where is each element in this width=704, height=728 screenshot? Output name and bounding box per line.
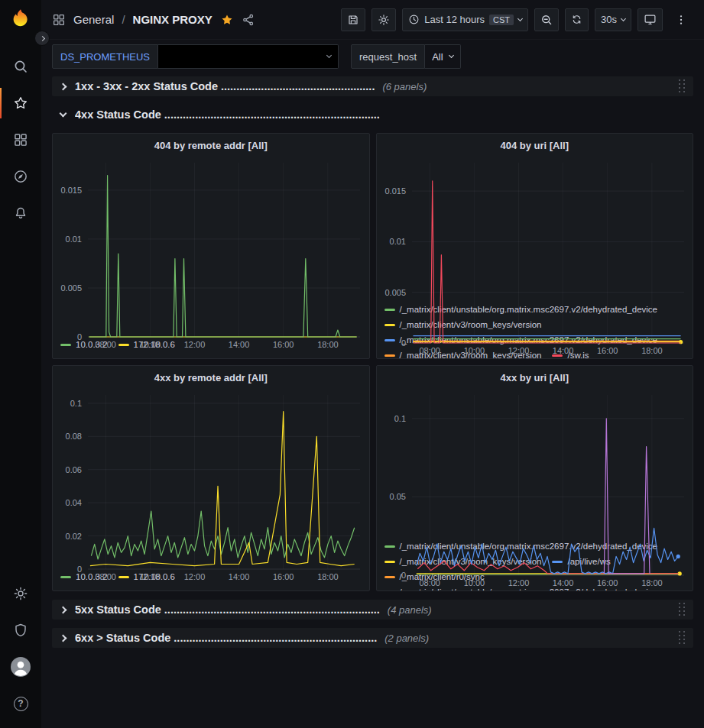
sidebar-item-explore[interactable] (0, 158, 41, 195)
chevron-right-icon (60, 634, 67, 642)
svg-text:0.015: 0.015 (384, 186, 406, 196)
star-icon (13, 95, 28, 111)
panel-chart[interactable]: 08:0010:0012:0014:0016:0018:0000.0050.01… (377, 157, 693, 300)
svg-text:0.06: 0.06 (66, 465, 82, 474)
svg-text:12:00: 12:00 (184, 340, 206, 349)
svg-text:0.05: 0.05 (389, 492, 405, 501)
svg-text:16:00: 16:00 (596, 578, 618, 587)
datasource-select[interactable] (158, 44, 339, 69)
svg-text:08:00: 08:00 (95, 340, 116, 349)
request-host-select[interactable]: All (425, 44, 460, 69)
chart-canvas: 08:0010:0012:0014:0016:0018:0000.020.040… (53, 389, 369, 583)
time-range-picker[interactable]: Last 12 hours CST (402, 8, 528, 31)
navbar-actions: Last 12 hours CST 30s (341, 8, 693, 31)
chevron-down-icon (449, 53, 454, 58)
row-panel-count: (6 panels) (382, 81, 427, 92)
svg-text:16:00: 16:00 (273, 572, 294, 581)
svg-text:0.02: 0.02 (66, 532, 82, 541)
grafana-logo[interactable] (9, 7, 32, 33)
panel-chart[interactable]: 08:0010:0012:0014:0016:0018:0000.050.1 (377, 389, 693, 537)
sidebar-item-profile[interactable] (0, 649, 41, 685)
row-title: 4xx Status Code ........................… (75, 108, 380, 121)
sidebar-item-server-admin[interactable] (0, 612, 41, 649)
row-title: 6xx > Status Code ......................… (75, 632, 377, 644)
row-drag-handle[interactable] (679, 79, 686, 93)
svg-text:14:00: 14:00 (229, 572, 250, 581)
svg-text:0.005: 0.005 (60, 283, 82, 293)
share-icon[interactable] (242, 13, 255, 27)
dashboard-variables-bar: DS_PROMETHEUS request_host All (41, 40, 704, 75)
clock-icon (408, 14, 420, 25)
sidebar-item-starred[interactable] (0, 85, 41, 121)
datasource-variable-label: DS_PROMETHEUS (52, 44, 158, 69)
svg-text:0: 0 (77, 332, 82, 341)
chart-canvas: 08:0010:0012:0014:0016:0018:0000.0050.01… (53, 157, 369, 351)
sidebar-item-alerting[interactable] (0, 195, 41, 231)
row-drag-handle[interactable] (679, 603, 686, 616)
svg-text:14:00: 14:00 (552, 578, 573, 587)
grafana-flame-icon (9, 7, 32, 30)
panel-title[interactable]: 404 by uri [All] (377, 134, 693, 157)
svg-text:10:00: 10:00 (140, 340, 161, 349)
compass-icon (13, 169, 28, 184)
svg-text:16:00: 16:00 (273, 340, 294, 349)
row-drag-handle[interactable] (679, 631, 686, 645)
sidebar: ? (0, 0, 41, 728)
chart-canvas: 08:0010:0012:0014:0016:0018:0000.050.1 (377, 389, 693, 589)
sidebar-item-search[interactable] (0, 48, 41, 85)
row-4xx-status-code[interactable]: 4xx Status Code ........................… (52, 105, 693, 125)
svg-text:14:00: 14:00 (229, 340, 250, 349)
svg-text:10:00: 10:00 (463, 578, 485, 587)
sidebar-item-dashboards[interactable] (0, 121, 41, 158)
breadcrumb-root[interactable]: General (73, 13, 114, 26)
grafana-app: ? General / NGINX PROXY (0, 0, 704, 728)
favorite-star-icon[interactable] (220, 13, 234, 27)
chevron-down-icon (60, 110, 67, 118)
refresh-button[interactable] (565, 8, 589, 31)
zoom-out-icon (540, 14, 553, 26)
row-5xx-status-code[interactable]: 5xx Status Code ........................… (52, 600, 693, 620)
svg-text:0: 0 (401, 338, 405, 348)
svg-text:16:00: 16:00 (596, 346, 618, 355)
panel-404-by-remote-addr: 404 by remote addr [All] 08:0010:0012:00… (52, 133, 370, 359)
dashboard-settings-button[interactable] (371, 8, 396, 31)
chevron-right-icon (60, 83, 67, 90)
shield-icon (13, 623, 28, 638)
variable-datasource: DS_PROMETHEUS (52, 44, 339, 69)
tv-mode-button[interactable] (637, 8, 663, 31)
sidebar-top-nav (0, 48, 41, 231)
svg-text:10:00: 10:00 (140, 572, 161, 581)
row-6xx-status-code[interactable]: 6xx > Status Code ......................… (52, 628, 693, 648)
top-navbar: General / NGINX PROXY (41, 0, 704, 40)
save-dashboard-button[interactable] (341, 8, 365, 31)
dashboard-title[interactable]: NGINX PROXY (133, 13, 212, 26)
panel-chart[interactable]: 08:0010:0012:0014:0016:0018:0000.0050.01… (53, 157, 369, 335)
row-1xx-3xx-2xx-status-code[interactable]: 1xx - 3xx - 2xx Status Code ............… (52, 76, 693, 96)
more-options-button[interactable] (669, 8, 693, 31)
breadcrumb-separator: / (122, 13, 125, 26)
timezone-badge: CST (489, 15, 514, 25)
panel-chart[interactable]: 08:0010:0012:0014:0016:0018:0000.020.040… (53, 389, 369, 568)
sidebar-item-help[interactable]: ? (0, 685, 41, 722)
request-host-value: All (432, 51, 443, 63)
svg-text:0.1: 0.1 (394, 414, 405, 423)
svg-text:18:00: 18:00 (317, 340, 339, 349)
sidebar-item-configuration[interactable] (0, 575, 41, 612)
svg-text:0: 0 (401, 571, 405, 580)
svg-text:18:00: 18:00 (641, 578, 663, 587)
save-icon (347, 14, 359, 26)
dashboard-content: 1xx - 3xx - 2xx Status Code ............… (41, 75, 704, 728)
sidebar-expand-button[interactable] (34, 31, 50, 46)
svg-text:12:00: 12:00 (508, 578, 529, 587)
chart-canvas: 08:0010:0012:0014:0016:0018:0000.0050.01… (377, 157, 693, 357)
panel-title[interactable]: 4xx by remote addr [All] (53, 366, 369, 389)
svg-text:14:00: 14:00 (552, 346, 573, 355)
user-avatar (11, 657, 31, 677)
svg-text:12:00: 12:00 (184, 572, 206, 581)
panel-title[interactable]: 404 by remote addr [All] (53, 134, 369, 157)
panel-grid: 404 by remote addr [All] 08:0010:0012:00… (52, 133, 693, 591)
svg-text:08:00: 08:00 (419, 578, 440, 587)
refresh-interval-picker[interactable]: 30s (595, 8, 631, 31)
zoom-out-button[interactable] (534, 8, 559, 31)
panel-title[interactable]: 4xx by uri [All] (377, 366, 693, 389)
